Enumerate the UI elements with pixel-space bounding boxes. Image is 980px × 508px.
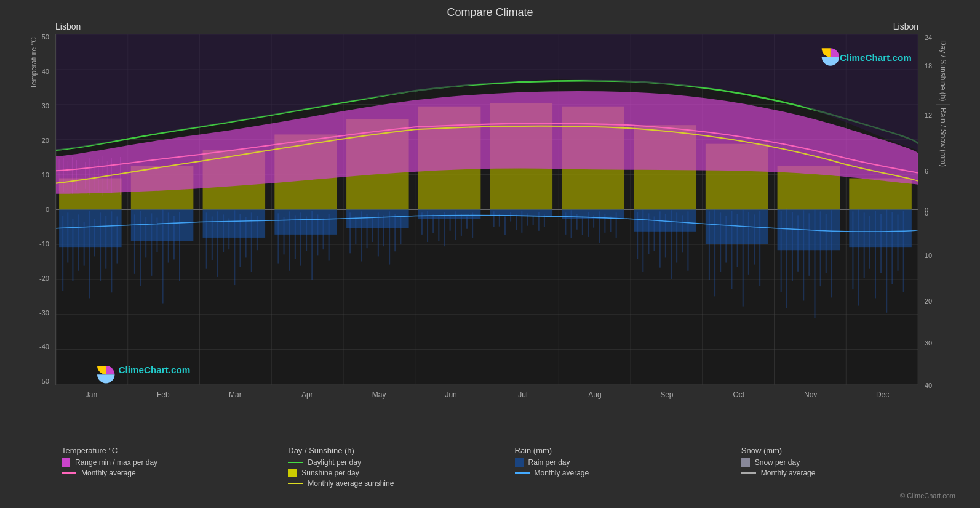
svg-rect-43 (94, 219, 95, 256)
svg-rect-76 (329, 214, 330, 260)
svg-rect-154 (891, 212, 893, 284)
svg-rect-51 (151, 213, 152, 276)
svg-rect-81 (372, 217, 373, 242)
legend-snow-avg: Monthly average (741, 469, 955, 477)
svg-rect-37 (62, 216, 63, 291)
y-tick-20: 20 (12, 137, 52, 144)
legend-temp-range: Range min / max per day (62, 458, 276, 467)
svg-rect-113 (599, 211, 600, 243)
x-tick-may: May (343, 388, 415, 399)
svg-rect-143 (814, 209, 815, 318)
svg-rect-41 (84, 222, 85, 266)
legend-group2-title: Day / Sunshine (h) (288, 446, 502, 455)
legend-sunshine-bar: Sunshine per day (288, 469, 502, 477)
svg-rect-89 (432, 214, 434, 233)
svg-rect-73 (311, 211, 313, 280)
svg-rect-63 (239, 214, 241, 267)
svg-rect-130 (725, 216, 727, 262)
svg-rect-74 (317, 214, 318, 255)
svg-rect-47 (116, 216, 118, 263)
y-tick-50: 50 (12, 34, 52, 41)
svg-rect-68 (284, 217, 285, 254)
y-tick-m10: -10 (12, 241, 52, 248)
svg-rect-120 (654, 216, 655, 251)
x-tick-dec: Dec (847, 388, 918, 399)
legend-daylight: Daylight per day (288, 458, 502, 467)
svg-rect-42 (89, 211, 90, 298)
svg-rect-90 (438, 216, 439, 241)
svg-rect-134 (748, 212, 749, 275)
svg-rect-128 (714, 209, 715, 296)
svg-rect-156 (903, 211, 904, 292)
svg-rect-55 (173, 216, 175, 259)
svg-rect-52 (156, 217, 157, 252)
location-label-right: Lisbon (893, 22, 918, 31)
x-tick-jul: Jul (487, 388, 559, 399)
legend-snow-bar: Snow per day (741, 458, 955, 467)
svg-rect-139 (792, 212, 793, 281)
svg-rect-61 (228, 218, 229, 249)
svg-rect-50 (145, 217, 146, 257)
y-tick-right-6: 6 (925, 167, 928, 175)
svg-rect-129 (720, 212, 721, 272)
svg-rect-123 (671, 210, 672, 279)
svg-rect-101 (516, 214, 517, 230)
svg-rect-141 (803, 210, 804, 300)
svg-rect-54 (168, 212, 169, 262)
svg-rect-145 (826, 214, 827, 273)
svg-rect-111 (588, 212, 589, 237)
svg-rect-72 (306, 216, 307, 251)
svg-rect-132 (737, 214, 738, 267)
svg-rect-97 (493, 211, 495, 227)
y-tick-30: 30 (12, 103, 52, 110)
svg-rect-124 (676, 212, 677, 262)
x-tick-oct: Oct (703, 388, 775, 399)
svg-rect-110 (582, 216, 583, 235)
svg-rect-131 (731, 211, 732, 289)
svg-rect-142 (808, 213, 810, 276)
svg-rect-79 (361, 211, 362, 261)
legend-rain-avg: Monthly average (515, 469, 729, 477)
y-tick-0: 0 (12, 206, 52, 213)
legend-group1-title: Temperature °C (62, 446, 276, 455)
svg-rect-103 (527, 213, 528, 225)
svg-text:ClimeChart.com: ClimeChart.com (119, 365, 191, 375)
svg-rect-60 (223, 214, 224, 252)
location-label-left: Lisbon (55, 22, 81, 31)
legend-group4-title: Snow (mm) (741, 446, 955, 455)
x-tick-nov: Nov (775, 388, 847, 399)
svg-rect-82 (378, 212, 379, 256)
svg-rect-49 (140, 211, 141, 286)
y-tick-right-24: 24 (925, 34, 932, 41)
svg-rect-64 (245, 217, 247, 257)
legend-sunshine-avg: Monthly average sunshine (288, 479, 502, 488)
svg-rect-38 (67, 212, 68, 262)
svg-rect-39 (72, 219, 73, 281)
svg-rect-58 (212, 216, 213, 260)
svg-rect-144 (820, 211, 821, 286)
svg-rect-137 (781, 211, 782, 292)
svg-rect-71 (300, 212, 301, 265)
svg-rect-100 (510, 212, 511, 221)
svg-rect-70 (295, 215, 296, 259)
svg-rect-78 (355, 216, 356, 244)
svg-rect-119 (648, 213, 649, 254)
y-tick-right-12: 12 (925, 111, 932, 119)
main-chart-svg: ClimeChart.com ClimeChart.com (55, 34, 918, 385)
svg-rect-135 (754, 214, 755, 264)
svg-rect-136 (759, 211, 760, 286)
x-tick-apr: Apr (271, 388, 343, 399)
svg-rect-151 (875, 211, 876, 298)
svg-rect-153 (886, 209, 887, 313)
svg-rect-94 (461, 214, 462, 236)
svg-rect-133 (743, 209, 744, 306)
y-tick-m50: -50 (12, 378, 52, 385)
svg-rect-152 (880, 214, 882, 273)
y-tick-right-rain-20: 20 (925, 297, 932, 305)
y-tick-m30: -30 (12, 310, 52, 316)
svg-rect-56 (179, 212, 180, 281)
svg-rect-80 (367, 214, 368, 248)
svg-rect-115 (610, 216, 611, 232)
svg-rect-75 (322, 218, 324, 249)
y-tick-right-rain-10: 10 (925, 252, 932, 259)
